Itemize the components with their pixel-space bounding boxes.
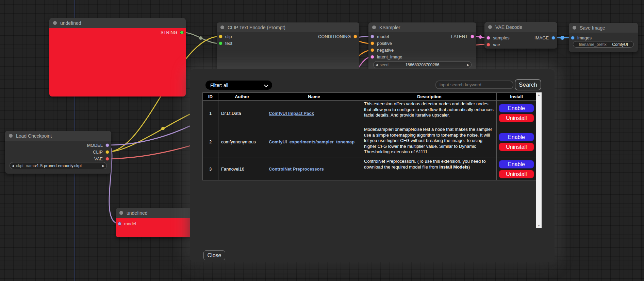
scroll-down-icon[interactable]: ▼ [536,224,542,227]
slot-label: text [225,41,232,46]
wire-dot [560,36,564,40]
extension-name-cell: ControlNet Preprocessors [266,158,362,180]
uninstall-button[interactable]: Uninstall [499,143,534,151]
decrement-arrow-icon[interactable]: ◀ [10,164,16,168]
output-slot-STRING: STRING [49,29,186,36]
enable-button[interactable]: Enable [499,104,534,112]
table-scrollbar[interactable]: ▲ ▼ [536,92,542,228]
node-collapse-dot[interactable] [53,21,57,25]
uninstall-button[interactable]: Uninstall [499,114,534,122]
widget-value: ComfyUI [612,42,628,47]
extension-author: Fannovel16 [218,158,266,180]
node-collapse-dot[interactable] [119,211,123,215]
uninstall-button[interactable]: Uninstall [499,170,534,178]
node-body-error: STRING [49,28,186,96]
header-description: Description [362,93,497,101]
node-load-checkpoint[interactable]: Load Checkpoint MODELCLIPVAE ◀ ckpt_name… [5,131,111,174]
increment-arrow-icon[interactable]: ▶ [100,164,106,168]
extension-description: This extension offers various detector n… [362,101,497,126]
slot-label: IMAGE [534,35,549,40]
node-header[interactable]: KSampler [368,22,476,32]
extension-description: ModelSamplerTonemapNoiseTest a node that… [362,126,497,158]
slot-dot-model[interactable] [118,222,121,226]
slot-dot-STRING[interactable] [180,31,184,34]
node-collapse-dot[interactable] [9,134,13,138]
slot-dot-images[interactable] [571,36,575,40]
node-undefined-bottom[interactable]: undefined model [116,208,196,237]
slot-dot-CONDITIONING[interactable] [353,35,357,38]
node-header[interactable]: VAE Decode [484,22,557,32]
extension-name-link[interactable]: ComfyUI_experiments/sampler_tonemap [269,139,354,144]
increment-arrow-icon[interactable]: ▶ [465,63,471,67]
header-id: ID [203,93,218,101]
extension-install-cell: EnableUninstall [497,126,536,158]
input-slot-text: text [217,40,359,47]
input-slot-model: model [116,220,196,227]
slot-dot-CLIP[interactable] [105,150,109,154]
enable-button[interactable]: Enable [499,160,534,169]
decrement-arrow-icon[interactable]: ◀ [374,63,380,67]
node-ksampler[interactable]: KSampler modelpositivenegativelatent_ima… [368,22,476,72]
node-body: MODELCLIPVAE ◀ ckpt_name v1-5-pruned-ema… [5,141,111,174]
extension-row: 2comfyanonymousComfyUI_experiments/sampl… [203,126,536,158]
output-slot-LATENT: LATENT [368,33,476,40]
extension-description: ControlNet Preprocessors. (To use this e… [362,158,497,180]
node-body: images filename_prefix ComfyUI [569,33,638,52]
node-clip-text-encode[interactable]: CLIP Text Encode (Prompt) cliptext CONDI… [217,22,359,72]
node-title: Save Image [580,25,605,31]
slot-dot-MODEL[interactable] [105,143,109,147]
node-header[interactable]: undefined [49,18,186,28]
node-collapse-dot[interactable] [220,25,224,29]
extension-manager-dialog: Filter: all Search ID Author Name Descri… [190,69,555,262]
slot-dot-negative[interactable] [370,48,374,52]
input-slot-positive: positive [368,40,476,47]
search-input[interactable] [435,81,513,89]
filter-select[interactable]: Filter: all [205,81,272,90]
node-undefined-top[interactable]: undefined STRING [49,18,186,96]
slot-dot-IMAGE[interactable] [551,36,555,40]
enable-button[interactable]: Enable [499,133,534,141]
extension-name-link[interactable]: ComfyUI Impact Pack [269,111,314,116]
seed-widget[interactable]: ◀ seed 156680208700286 ▶ [373,61,472,68]
slot-dot-latent_image[interactable] [370,55,374,59]
close-button[interactable]: Close [203,250,225,260]
search-button[interactable]: Search [515,79,541,90]
node-header[interactable]: Save Image [569,23,638,33]
extension-author: Dr.Lt.Data [218,101,266,126]
filter-select-wrap: Filter: all [205,81,272,90]
slot-label: CLIP [93,150,103,155]
input-slot-latent_image: latent_image [368,53,476,60]
output-slot-IMAGE: IMAGE [484,34,557,41]
node-collapse-dot[interactable] [372,25,376,29]
node-header[interactable]: CLIP Text Encode (Prompt) [217,22,359,32]
ckpt-name-widget[interactable]: ◀ ckpt_name v1-5-pruned-emaonly.ckpt ▶ [10,162,107,169]
filename-prefix-widget[interactable]: filename_prefix ComfyUI [573,41,634,48]
header-author: Author [218,93,266,101]
slot-dot-VAE[interactable] [105,157,109,161]
extension-install-cell: EnableUninstall [497,101,536,126]
extension-name-link[interactable]: ControlNet Preprocessors [269,166,324,172]
slot-dot-LATENT[interactable] [470,35,474,38]
node-body: modelpositivenegativelatent_image LATENT… [368,32,476,72]
extension-name-cell: ComfyUI Impact Pack [266,101,362,126]
node-save-image[interactable]: Save Image images filename_prefix ComfyU… [569,23,638,52]
slot-label: MODEL [87,143,103,148]
node-vae-decode[interactable]: VAE Decode samplesvae IMAGE [484,22,557,49]
slot-label: latent_image [377,54,402,59]
node-collapse-dot[interactable] [573,26,576,30]
node-collapse-dot[interactable] [488,25,492,29]
slot-dot-text[interactable] [219,41,222,45]
node-header[interactable]: undefined [116,208,196,218]
extensions-table: ID Author Name Description Install 1Dr.L… [202,92,536,180]
extensions-table-zone: ID Author Name Description Install 1Dr.L… [202,92,542,228]
slot-dot-positive[interactable] [370,41,374,45]
wire-dot [161,127,165,130]
slot-dot-vae[interactable] [486,43,490,47]
widget-value: v1-5-pruned-emaonly.ckpt [20,163,96,168]
scroll-up-icon[interactable]: ▲ [536,93,542,96]
input-slot-images: images [569,34,638,41]
node-title: undefined [60,20,81,26]
widget-label: filename_prefix [573,42,612,47]
node-title: CLIP Text Encode (Prompt) [228,25,285,30]
node-header[interactable]: Load Checkpoint [5,131,111,141]
